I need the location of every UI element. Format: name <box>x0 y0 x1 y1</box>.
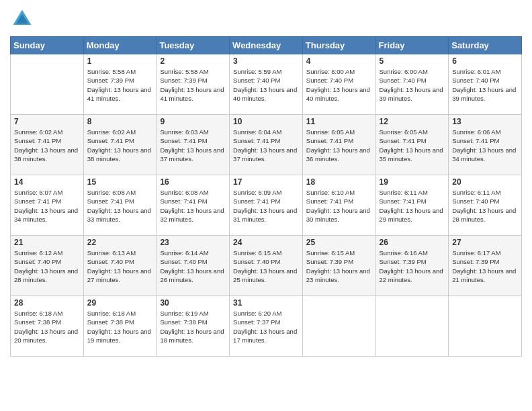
day-info: Sunrise: 6:10 AMSunset: 7:41 PMDaylight:… <box>306 188 372 224</box>
calendar-cell: 25Sunrise: 6:15 AMSunset: 7:39 PMDayligh… <box>302 236 375 296</box>
calendar-cell: 12Sunrise: 6:05 AMSunset: 7:41 PMDayligh… <box>375 115 449 175</box>
day-info: Sunrise: 6:11 AMSunset: 7:41 PMDaylight:… <box>380 188 445 224</box>
day-info: Sunrise: 6:16 AMSunset: 7:39 PMDaylight:… <box>380 248 445 284</box>
day-info: Sunrise: 5:59 AMSunset: 7:40 PMDaylight:… <box>233 67 299 103</box>
day-info: Sunrise: 5:58 AMSunset: 7:39 PMDaylight:… <box>160 67 226 103</box>
logo <box>10 7 37 31</box>
day-number: 1 <box>87 56 153 66</box>
day-number: 20 <box>452 177 518 187</box>
day-number: 17 <box>233 177 299 187</box>
day-number: 25 <box>306 238 372 247</box>
day-number: 4 <box>306 56 372 66</box>
day-number: 15 <box>87 177 153 187</box>
day-number: 29 <box>87 298 153 308</box>
calendar-cell: 2Sunrise: 5:58 AMSunset: 7:39 PMDaylight… <box>157 54 230 115</box>
day-number: 21 <box>14 238 80 247</box>
logo-icon <box>10 7 34 31</box>
day-number: 14 <box>14 177 80 187</box>
day-number: 24 <box>233 238 299 247</box>
day-number: 22 <box>87 238 153 247</box>
day-number: 16 <box>160 177 226 187</box>
day-number: 5 <box>380 56 445 66</box>
calendar-cell: 9Sunrise: 6:03 AMSunset: 7:41 PMDaylight… <box>157 115 230 175</box>
calendar-cell: 17Sunrise: 6:09 AMSunset: 7:41 PMDayligh… <box>230 175 303 236</box>
calendar-cell: 15Sunrise: 6:08 AMSunset: 7:41 PMDayligh… <box>83 175 157 236</box>
calendar-week-5: 28Sunrise: 6:18 AMSunset: 7:38 PMDayligh… <box>11 296 522 357</box>
calendar-cell <box>302 296 375 357</box>
calendar-cell: 7Sunrise: 6:02 AMSunset: 7:41 PMDaylight… <box>11 115 84 175</box>
day-info: Sunrise: 6:18 AMSunset: 7:38 PMDaylight:… <box>14 309 80 345</box>
calendar: SundayMondayTuesdayWednesdayThursdayFrid… <box>10 36 522 357</box>
calendar-cell: 31Sunrise: 6:20 AMSunset: 7:37 PMDayligh… <box>230 296 303 357</box>
calendar-cell: 19Sunrise: 6:11 AMSunset: 7:41 PMDayligh… <box>375 175 449 236</box>
calendar-week-2: 7Sunrise: 6:02 AMSunset: 7:41 PMDaylight… <box>11 115 522 175</box>
day-number: 18 <box>306 177 372 187</box>
day-info: Sunrise: 6:06 AMSunset: 7:41 PMDaylight:… <box>452 128 518 163</box>
calendar-week-3: 14Sunrise: 6:07 AMSunset: 7:41 PMDayligh… <box>11 175 522 236</box>
day-info: Sunrise: 6:15 AMSunset: 7:40 PMDaylight:… <box>233 248 299 284</box>
day-info: Sunrise: 5:58 AMSunset: 7:39 PMDaylight:… <box>87 67 153 103</box>
calendar-header-sunday: Sunday <box>11 37 84 54</box>
day-info: Sunrise: 6:05 AMSunset: 7:41 PMDaylight:… <box>380 128 445 163</box>
day-info: Sunrise: 6:01 AMSunset: 7:40 PMDaylight:… <box>452 67 518 103</box>
day-info: Sunrise: 6:13 AMSunset: 7:40 PMDaylight:… <box>87 248 153 284</box>
day-info: Sunrise: 6:17 AMSunset: 7:39 PMDaylight:… <box>452 248 518 284</box>
day-number: 12 <box>380 117 445 126</box>
calendar-cell: 26Sunrise: 6:16 AMSunset: 7:39 PMDayligh… <box>375 236 449 296</box>
calendar-header-friday: Friday <box>375 37 449 54</box>
day-number: 23 <box>160 238 226 247</box>
day-number: 7 <box>14 117 80 126</box>
calendar-cell: 27Sunrise: 6:17 AMSunset: 7:39 PMDayligh… <box>449 236 522 296</box>
calendar-cell: 22Sunrise: 6:13 AMSunset: 7:40 PMDayligh… <box>83 236 157 296</box>
day-info: Sunrise: 6:08 AMSunset: 7:41 PMDaylight:… <box>87 188 153 224</box>
day-number: 11 <box>306 117 372 126</box>
day-info: Sunrise: 6:20 AMSunset: 7:37 PMDaylight:… <box>233 309 299 345</box>
day-number: 8 <box>87 117 153 126</box>
calendar-cell: 29Sunrise: 6:18 AMSunset: 7:38 PMDayligh… <box>83 296 157 357</box>
calendar-header-thursday: Thursday <box>302 37 375 54</box>
day-number: 3 <box>233 56 299 66</box>
calendar-header-row: SundayMondayTuesdayWednesdayThursdayFrid… <box>11 37 522 54</box>
calendar-cell: 24Sunrise: 6:15 AMSunset: 7:40 PMDayligh… <box>230 236 303 296</box>
day-info: Sunrise: 6:04 AMSunset: 7:41 PMDaylight:… <box>233 128 299 163</box>
calendar-week-1: 1Sunrise: 5:58 AMSunset: 7:39 PMDaylight… <box>11 54 522 115</box>
day-number: 6 <box>452 56 518 66</box>
calendar-header-saturday: Saturday <box>449 37 522 54</box>
calendar-cell: 5Sunrise: 6:00 AMSunset: 7:40 PMDaylight… <box>375 54 449 115</box>
calendar-cell: 13Sunrise: 6:06 AMSunset: 7:41 PMDayligh… <box>449 115 522 175</box>
page-header <box>10 7 522 31</box>
calendar-cell: 3Sunrise: 5:59 AMSunset: 7:40 PMDaylight… <box>230 54 303 115</box>
calendar-cell: 11Sunrise: 6:05 AMSunset: 7:41 PMDayligh… <box>302 115 375 175</box>
calendar-cell: 4Sunrise: 6:00 AMSunset: 7:40 PMDaylight… <box>302 54 375 115</box>
calendar-header-monday: Monday <box>83 37 157 54</box>
calendar-cell: 30Sunrise: 6:19 AMSunset: 7:38 PMDayligh… <box>157 296 230 357</box>
day-info: Sunrise: 6:09 AMSunset: 7:41 PMDaylight:… <box>233 188 299 224</box>
calendar-cell: 1Sunrise: 5:58 AMSunset: 7:39 PMDaylight… <box>83 54 157 115</box>
calendar-cell: 14Sunrise: 6:07 AMSunset: 7:41 PMDayligh… <box>11 175 84 236</box>
day-number: 26 <box>380 238 445 247</box>
day-number: 27 <box>452 238 518 247</box>
day-info: Sunrise: 6:15 AMSunset: 7:39 PMDaylight:… <box>306 248 372 284</box>
day-info: Sunrise: 6:03 AMSunset: 7:41 PMDaylight:… <box>160 128 226 163</box>
day-info: Sunrise: 6:00 AMSunset: 7:40 PMDaylight:… <box>306 67 372 103</box>
calendar-cell: 16Sunrise: 6:08 AMSunset: 7:41 PMDayligh… <box>157 175 230 236</box>
day-info: Sunrise: 6:11 AMSunset: 7:40 PMDaylight:… <box>452 188 518 224</box>
day-info: Sunrise: 6:02 AMSunset: 7:41 PMDaylight:… <box>87 128 153 163</box>
calendar-cell: 18Sunrise: 6:10 AMSunset: 7:41 PMDayligh… <box>302 175 375 236</box>
day-number: 13 <box>452 117 518 126</box>
day-number: 31 <box>233 298 299 308</box>
calendar-header-wednesday: Wednesday <box>230 37 303 54</box>
calendar-cell <box>449 296 522 357</box>
calendar-cell: 8Sunrise: 6:02 AMSunset: 7:41 PMDaylight… <box>83 115 157 175</box>
calendar-week-4: 21Sunrise: 6:12 AMSunset: 7:40 PMDayligh… <box>11 236 522 296</box>
calendar-cell: 28Sunrise: 6:18 AMSunset: 7:38 PMDayligh… <box>11 296 84 357</box>
day-number: 2 <box>160 56 226 66</box>
calendar-cell: 20Sunrise: 6:11 AMSunset: 7:40 PMDayligh… <box>449 175 522 236</box>
day-info: Sunrise: 6:00 AMSunset: 7:40 PMDaylight:… <box>380 67 445 103</box>
day-info: Sunrise: 6:12 AMSunset: 7:40 PMDaylight:… <box>14 248 80 284</box>
calendar-cell <box>11 54 84 115</box>
day-number: 28 <box>14 298 80 308</box>
calendar-header-tuesday: Tuesday <box>157 37 230 54</box>
day-info: Sunrise: 6:14 AMSunset: 7:40 PMDaylight:… <box>160 248 226 284</box>
calendar-cell: 21Sunrise: 6:12 AMSunset: 7:40 PMDayligh… <box>11 236 84 296</box>
